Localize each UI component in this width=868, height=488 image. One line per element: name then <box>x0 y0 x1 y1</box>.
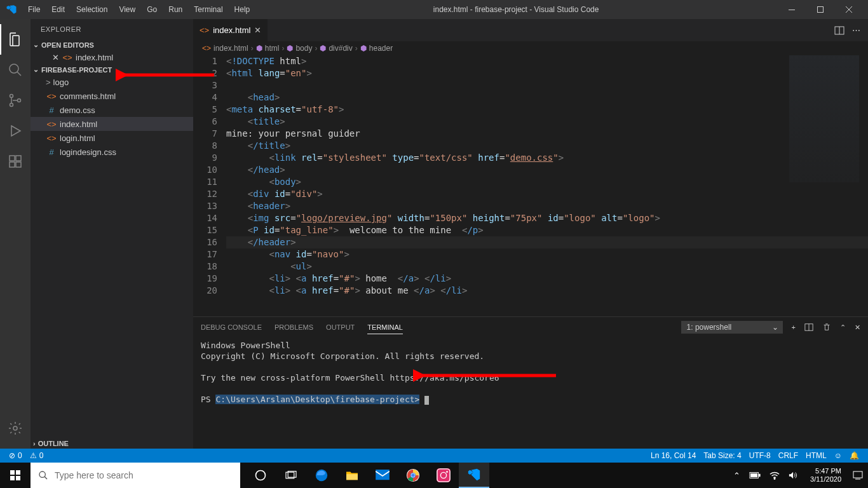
tray-chevron-icon[interactable]: ⌃ <box>731 471 743 480</box>
kill-terminal-icon[interactable] <box>822 323 831 332</box>
status-feedback-icon[interactable]: ☺ <box>831 451 846 460</box>
tab-index-html[interactable]: <> index.html ✕ <box>193 19 268 41</box>
windows-taskbar: ⌃ 5:47 PM 3/11/2020 <box>0 463 868 488</box>
task-view-icon[interactable] <box>276 463 306 488</box>
tree-file-comments[interactable]: <> comments.html <box>31 89 193 103</box>
menu-help[interactable]: Help <box>229 3 255 17</box>
tray-clock[interactable]: 5:47 PM 3/11/2020 <box>805 467 846 484</box>
svg-point-3 <box>10 95 13 98</box>
panel-tab-problems[interactable]: PROBLEMS <box>275 321 313 334</box>
split-terminal-icon[interactable] <box>804 323 813 332</box>
minimap[interactable] <box>789 55 859 182</box>
breadcrumb-item[interactable]: ⬢ body <box>287 44 312 53</box>
edge-icon[interactable] <box>306 463 337 488</box>
code-editor[interactable]: 1234567891011121314151617181920 <!DOCTYP… <box>193 55 868 316</box>
activity-explorer[interactable] <box>0 24 31 55</box>
close-button[interactable] <box>834 0 863 19</box>
activity-search[interactable] <box>0 55 31 85</box>
panel-tabs: DEBUG CONSOLE PROBLEMS OUTPUT TERMINAL 1… <box>193 317 868 337</box>
menu-terminal[interactable]: Terminal <box>189 3 227 17</box>
activity-settings[interactable] <box>0 413 31 444</box>
tree-folder-logo[interactable]: > logo <box>31 75 193 89</box>
split-editor-icon[interactable] <box>834 25 844 36</box>
tree-file-login-html[interactable]: <> login.html <box>31 131 193 145</box>
chrome-icon[interactable] <box>398 463 428 488</box>
terminal-selector[interactable]: 1: powershell⌄ <box>681 321 783 334</box>
panel-tab-debug-console[interactable]: DEBUG CONSOLE <box>201 321 262 334</box>
menu-file[interactable]: File <box>23 3 45 17</box>
activity-source-control[interactable] <box>0 85 31 116</box>
breadcrumb-item[interactable]: <> index.html <box>202 44 248 53</box>
menu-run[interactable]: Run <box>163 3 187 17</box>
file-explorer-icon[interactable] <box>337 463 367 488</box>
svg-rect-23 <box>376 470 390 480</box>
mail-icon[interactable] <box>367 463 398 488</box>
panel-tab-terminal[interactable]: TERMINAL <box>367 321 403 334</box>
activity-extensions[interactable] <box>0 146 31 177</box>
vscode-taskbar-icon[interactable] <box>459 463 489 488</box>
open-editor-item[interactable]: ✕ <> index.html <box>31 50 193 64</box>
svg-point-28 <box>411 473 415 477</box>
chevron-down-icon: ⌄ <box>33 41 39 49</box>
tray-wifi-icon[interactable] <box>767 471 782 480</box>
start-button[interactable] <box>0 463 31 488</box>
breadcrumb[interactable]: <> index.html › ⬢ html › ⬢ body › ⬢ div#… <box>193 41 868 55</box>
more-actions-icon[interactable]: ⋯ <box>852 25 860 35</box>
section-label: OPEN EDITORS <box>41 41 94 49</box>
tree-file-demo-css[interactable]: # demo.css <box>31 103 193 117</box>
instagram-icon[interactable] <box>428 463 459 488</box>
css-icon: # <box>46 147 57 157</box>
section-outline[interactable]: › OUTLINE <box>31 438 193 449</box>
status-language[interactable]: HTML <box>802 451 831 460</box>
code-content[interactable]: <!DOCTYPE html><html lang="en"> <head><m… <box>226 55 868 316</box>
tray-battery-icon[interactable] <box>747 471 763 479</box>
tree-file-index-html[interactable]: <> index.html <box>31 117 193 131</box>
maximize-button[interactable] <box>806 0 834 19</box>
minimize-button[interactable] <box>777 0 806 19</box>
new-terminal-icon[interactable]: + <box>792 323 796 331</box>
svg-rect-22 <box>346 474 358 480</box>
breadcrumb-item[interactable]: ⬢ header <box>360 44 393 53</box>
maximize-panel-icon[interactable]: ⌃ <box>840 323 846 332</box>
sidebar-explorer: EXPLORER ⌄ OPEN EDITORS ✕ <> index.html … <box>31 19 193 449</box>
status-encoding[interactable]: UTF-8 <box>745 451 775 460</box>
warning-icon: ⚠ <box>30 451 37 460</box>
menu-edit[interactable]: Edit <box>46 3 70 17</box>
menu-selection[interactable]: Selection <box>71 3 112 17</box>
html-icon: <> <box>46 119 57 129</box>
section-open-editors[interactable]: ⌄ OPEN EDITORS <box>31 39 193 50</box>
search-input[interactable] <box>55 470 233 480</box>
status-warnings[interactable]: ⚠0 <box>26 451 48 460</box>
terminal-panel: DEBUG CONSOLE PROBLEMS OUTPUT TERMINAL 1… <box>193 316 868 449</box>
close-icon[interactable]: ✕ <box>254 25 261 35</box>
close-panel-icon[interactable]: ✕ <box>855 323 860 332</box>
svg-rect-0 <box>789 10 795 10</box>
cortana-icon[interactable] <box>245 463 276 488</box>
svg-point-17 <box>39 471 45 477</box>
tree-file-logindesign-css[interactable]: # logindesign.css <box>31 145 193 159</box>
section-label: OUTLINE <box>38 440 69 447</box>
tray-notifications-icon[interactable] <box>850 470 865 480</box>
css-icon: # <box>46 105 57 115</box>
status-tab-size[interactable]: Tab Size: 4 <box>700 451 745 460</box>
svg-rect-35 <box>751 473 757 477</box>
breadcrumb-item[interactable]: ⬢ html <box>256 44 280 53</box>
status-eol[interactable]: CRLF <box>775 451 802 460</box>
menu-go[interactable]: Go <box>142 3 162 17</box>
tab-label: index.html <box>213 25 250 35</box>
terminal-output[interactable]: Windows PowerShell Copyright (C) Microso… <box>193 337 868 449</box>
svg-rect-9 <box>16 156 21 161</box>
status-cursor-position[interactable]: Ln 16, Col 14 <box>647 451 700 460</box>
activity-run-debug[interactable] <box>0 116 31 146</box>
status-bell-icon[interactable]: 🔔 <box>846 451 863 460</box>
panel-tab-output[interactable]: OUTPUT <box>326 321 355 334</box>
window-title: index.html - firebase-project - Visual S… <box>255 5 777 14</box>
close-icon[interactable]: ✕ <box>52 53 59 62</box>
breadcrumb-item[interactable]: ⬢ div#div <box>320 44 352 53</box>
section-project[interactable]: ⌄ FIREBASE-PROJECT <box>31 64 193 75</box>
tray-volume-icon[interactable] <box>786 471 801 480</box>
status-errors[interactable]: ⊘0 <box>5 451 26 460</box>
title-bar: File Edit Selection View Go Run Terminal… <box>0 0 868 19</box>
menu-view[interactable]: View <box>114 3 140 17</box>
taskbar-search[interactable] <box>31 463 240 488</box>
